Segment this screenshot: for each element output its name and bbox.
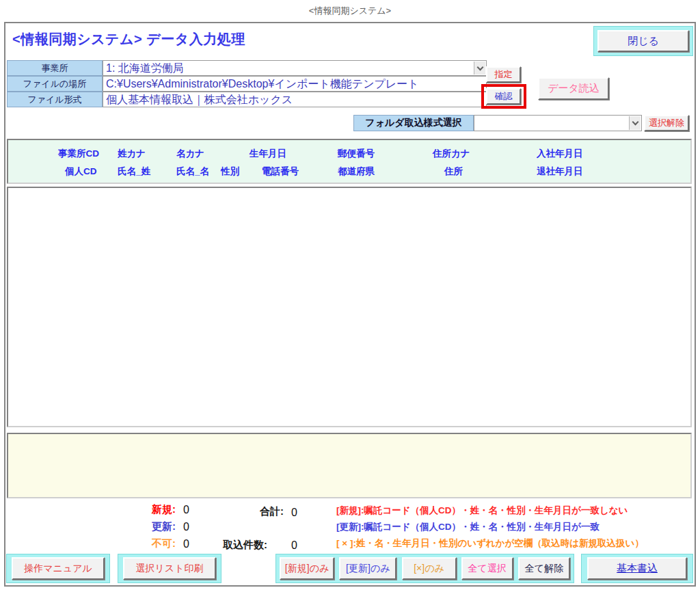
message-area <box>7 433 692 498</box>
column-header: 氏名_名 <box>176 165 209 178</box>
column-header: 入社年月日 <box>537 148 583 160</box>
main-panel: <情報同期システム> データ入力処理 閉じる 事業所 1: 北海道労働局 ファイ… <box>4 22 696 587</box>
column-header: 名カナ <box>176 148 204 160</box>
record-list[interactable] <box>7 187 692 427</box>
office-value: 1: 北海道労働局 <box>106 62 184 74</box>
print-list-button-frame: 選択リスト印刷 <box>118 554 221 583</box>
only-new-button[interactable]: [新規]のみ <box>280 557 334 580</box>
stat-total-label: 合計: <box>260 505 284 518</box>
filter-button-group: [新規]のみ [更新]のみ [×]のみ 全て選択 全て解除 <box>275 554 574 583</box>
print-list-button[interactable]: 選択リスト印刷 <box>123 557 216 580</box>
stat-new-value: 0 <box>183 504 189 516</box>
stat-invalid-value: 0 <box>183 538 189 550</box>
file-format-field[interactable]: 個人基本情報取込｜株式会社ホックス <box>103 92 487 107</box>
column-header: 氏名_姓 <box>118 165 150 178</box>
specify-button[interactable]: 指定 <box>486 66 521 83</box>
close-button-frame: 閉じる <box>593 26 693 56</box>
stat-update-label: 更新: <box>152 520 176 533</box>
write-basic-button[interactable]: 基本書込 <box>587 557 687 580</box>
manual-button[interactable]: 操作マニュアル <box>12 557 105 580</box>
office-label: 事業所 <box>7 60 103 76</box>
column-header: 住所カナ <box>433 148 470 160</box>
legend-new: [新規]:嘱託コード（個人CD）・姓・名・性別・生年月日が一致しない <box>336 505 628 517</box>
stat-update-value: 0 <box>183 521 189 533</box>
column-header: 都道府県 <box>338 165 375 178</box>
column-header: 姓カナ <box>118 148 146 160</box>
file-path-label: ファイルの場所 <box>7 76 103 92</box>
stat-new-label: 新規: <box>152 503 176 516</box>
office-select-arrow[interactable] <box>474 62 485 75</box>
column-header: 生年月日 <box>250 148 286 160</box>
file-path-value: C:¥Users¥Administrator¥Desktop¥インポート機能テン… <box>106 78 419 90</box>
legend-update: [更新]:嘱託コード（個人CD）・姓・名・性別・生年月日が一致 <box>336 521 600 533</box>
clear-all-button[interactable]: 全て解除 <box>518 557 570 580</box>
chevron-down-icon <box>632 119 638 126</box>
column-header: 事業所CD <box>58 148 99 160</box>
folder-style-select[interactable] <box>474 115 642 131</box>
close-button[interactable]: 閉じる <box>597 30 689 52</box>
chevron-down-icon <box>476 64 483 70</box>
stat-invalid-label: 不可: <box>152 537 176 550</box>
only-x-button[interactable]: [×]のみ <box>402 557 457 580</box>
legend-x: [ × ]:姓・名・生年月日・性別のいずれかが空欄（取込時は新規取込扱い） <box>336 537 644 550</box>
load-data-button[interactable]: データ読込 <box>538 77 609 100</box>
column-header: 性別 <box>221 165 239 178</box>
clear-selection-button[interactable]: 選択解除 <box>644 115 689 131</box>
column-header: 個人CD <box>65 165 97 178</box>
manual-button-frame: 操作マニュアル <box>6 554 110 583</box>
stat-import-count-label: 取込件数: <box>223 539 267 552</box>
office-select[interactable]: 1: 北海道労働局 <box>103 60 487 76</box>
folder-style-label: フォルダ取込様式選択 <box>353 115 474 131</box>
column-header: 郵便番号 <box>338 148 375 160</box>
write-basic-button-frame: 基本書込 <box>581 554 693 583</box>
stat-total-value: 0 <box>291 507 297 519</box>
file-format-label: ファイル形式 <box>7 92 103 107</box>
stat-import-count-value: 0 <box>291 539 297 552</box>
file-path-field[interactable]: C:¥Users¥Administrator¥Desktop¥インポート機能テン… <box>103 76 487 92</box>
only-update-button[interactable]: [更新]のみ <box>339 557 396 580</box>
select-all-button[interactable]: 全て選択 <box>461 557 513 580</box>
column-header: 退社年月日 <box>537 165 583 178</box>
page-title: <情報同期システム> データ入力処理 <box>12 30 245 49</box>
write-basic-label: 基本書込 <box>617 562 658 575</box>
column-header: 電話番号 <box>262 165 299 178</box>
column-header: 住所 <box>444 165 463 178</box>
folder-style-select-arrow[interactable] <box>629 116 641 130</box>
window-caption: <情報同期システム> <box>0 5 700 17</box>
grid-header: 事業所CD 姓カナ 名カナ 生年月日 郵便番号 住所カナ 入社年月日 個人CD … <box>7 139 692 184</box>
confirm-button[interactable]: 確認 <box>486 88 521 105</box>
file-format-value: 個人基本情報取込｜株式会社ホックス <box>106 94 293 105</box>
